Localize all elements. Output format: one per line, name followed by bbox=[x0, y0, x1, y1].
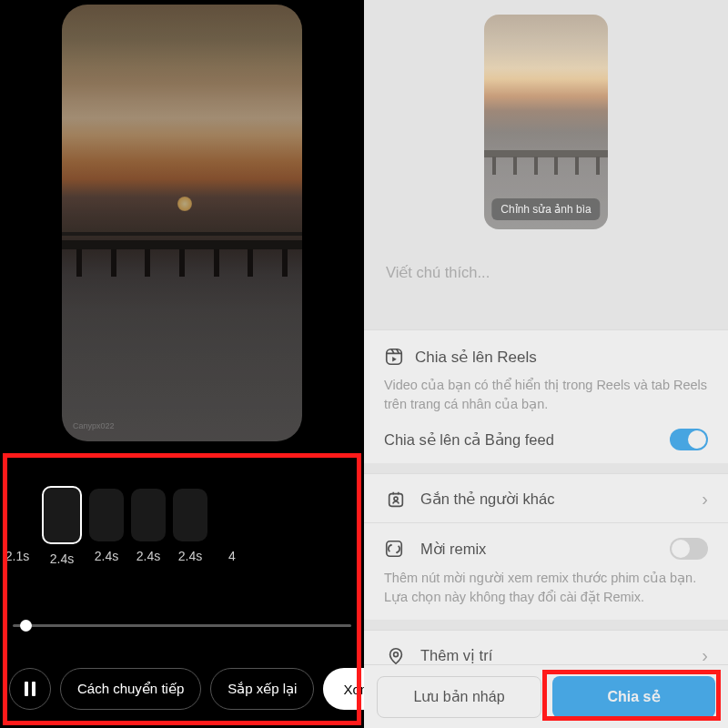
svg-point-4 bbox=[394, 652, 399, 656]
editor-panel: Canypx022 2.1s 2.4s 2.4s 2.4s 2.4s bbox=[0, 0, 364, 728]
reels-title: Chia sẻ lên Reels bbox=[415, 348, 537, 367]
reels-section: Chia sẻ lên Reels Video của bạn có thể h… bbox=[364, 329, 728, 463]
clip-item[interactable]: 2.1s bbox=[0, 489, 35, 563]
clips-timeline: 2.1s 2.4s 2.4s 2.4s 2.4s 4 bbox=[0, 486, 364, 566]
caption-input[interactable]: Viết chú thích... bbox=[386, 264, 490, 281]
feed-share-toggle[interactable] bbox=[670, 429, 708, 450]
remix-icon bbox=[384, 539, 408, 559]
playback-slider[interactable] bbox=[13, 624, 351, 627]
tag-people-row[interactable]: Gắn thẻ người khác › bbox=[364, 473, 728, 524]
clip-item[interactable]: 4 bbox=[215, 489, 249, 563]
tag-people-label: Gắn thẻ người khác bbox=[420, 490, 554, 508]
share-button[interactable]: Chia sẻ bbox=[552, 676, 715, 718]
chevron-right-icon: › bbox=[702, 645, 708, 666]
bottom-action-bar: Lưu bản nháp Chia sẻ bbox=[364, 664, 728, 728]
clip-item[interactable]: 2.4s bbox=[89, 489, 124, 563]
chevron-right-icon: › bbox=[702, 489, 708, 510]
remix-section: Mời remix Thêm nút mời người xem remix t… bbox=[364, 522, 728, 620]
location-icon bbox=[384, 646, 408, 666]
remix-toggle[interactable] bbox=[670, 538, 708, 560]
person-tag-icon bbox=[384, 490, 408, 510]
transition-button[interactable]: Cách chuyển tiếp bbox=[60, 668, 201, 710]
feed-share-label: Chia sẻ lên cả Bảng feed bbox=[384, 431, 554, 449]
clip-item[interactable]: 2.4s bbox=[173, 489, 207, 563]
remix-title: Mời remix bbox=[420, 541, 486, 558]
clip-item[interactable]: 2.4s bbox=[42, 486, 82, 566]
preview-watermark: Canypx022 bbox=[73, 421, 115, 430]
video-preview[interactable]: Canypx022 bbox=[62, 5, 302, 441]
location-label: Thêm vị trí bbox=[420, 647, 492, 664]
svg-point-2 bbox=[394, 497, 398, 500]
edit-cover-button[interactable]: Chỉnh sửa ảnh bìa bbox=[491, 198, 600, 220]
reels-description: Video của bạn có thể hiển thị trong Reel… bbox=[384, 376, 708, 414]
reels-icon bbox=[384, 347, 404, 367]
reorder-button[interactable]: Sắp xếp lại bbox=[210, 668, 314, 710]
save-draft-button[interactable]: Lưu bản nháp bbox=[377, 676, 541, 718]
svg-rect-0 bbox=[387, 349, 402, 365]
share-panel: Chỉnh sửa ảnh bìa Viết chú thích... Chia… bbox=[364, 0, 728, 728]
cover-preview[interactable]: Chỉnh sửa ảnh bìa bbox=[484, 15, 608, 229]
remix-description: Thêm nút mời người xem remix thước phim … bbox=[384, 569, 708, 607]
pause-icon bbox=[23, 682, 37, 696]
pause-button[interactable] bbox=[9, 668, 51, 710]
clip-item[interactable]: 2.4s bbox=[131, 489, 166, 563]
